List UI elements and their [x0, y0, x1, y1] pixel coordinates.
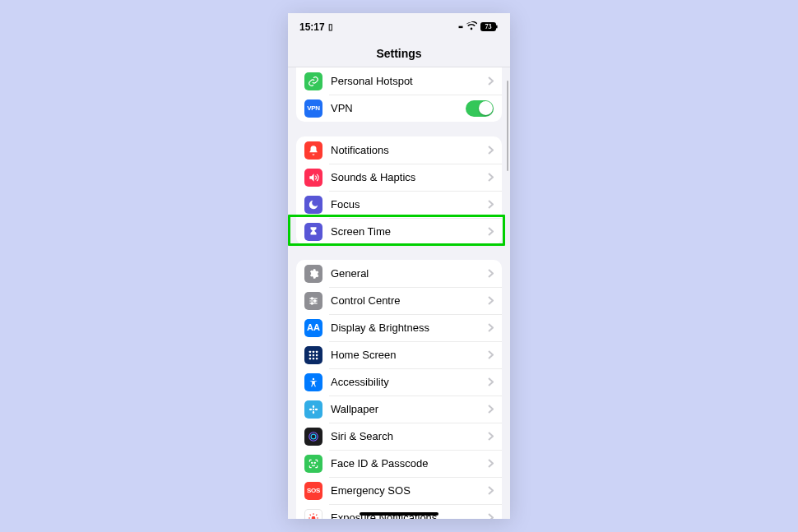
- wifi-icon: [466, 21, 477, 33]
- settings-group-general: GeneralControl CentreAADisplay & Brightn…: [296, 260, 502, 519]
- svg-text:73: 73: [485, 23, 492, 30]
- settings-row-focus[interactable]: Focus: [296, 191, 502, 218]
- settings-row-hotspot[interactable]: Personal Hotspot: [296, 67, 502, 95]
- svg-point-26: [312, 462, 313, 463]
- svg-rect-17: [316, 357, 318, 359]
- vpn-icon: VPN: [304, 99, 322, 118]
- svg-point-21: [313, 410, 314, 414]
- svg-point-28: [312, 516, 316, 519]
- settings-row-label: Emergency SOS: [331, 484, 488, 497]
- svg-rect-1: [496, 25, 498, 29]
- svg-line-36: [316, 514, 317, 515]
- controlcentre-icon: [304, 292, 322, 310]
- general-icon: [304, 265, 322, 283]
- settings-row-homescreen[interactable]: Home Screen: [296, 341, 502, 368]
- settings-row-notifications[interactable]: Notifications: [296, 136, 502, 164]
- svg-rect-14: [316, 354, 318, 355]
- svg-point-7: [314, 299, 316, 301]
- settings-row-label: Display & Brightness: [331, 322, 488, 334]
- settings-row-wallpaper[interactable]: Wallpaper: [296, 396, 502, 423]
- nav-header: Settings: [288, 40, 510, 67]
- sounds-icon: [304, 169, 322, 187]
- settings-row-label: Accessibility: [331, 376, 488, 388]
- home-indicator[interactable]: [360, 512, 438, 516]
- svg-point-27: [314, 462, 315, 463]
- svg-point-19: [313, 408, 314, 409]
- settings-row-controlcentre[interactable]: Control Centre: [296, 287, 502, 314]
- svg-point-6: [311, 297, 313, 298]
- chevron-right-icon: [488, 269, 494, 278]
- settings-row-general[interactable]: General: [296, 260, 502, 287]
- lock-icon: ▯: [328, 22, 333, 31]
- faceid-icon: [304, 455, 322, 473]
- chevron-right-icon: [488, 146, 494, 155]
- settings-row-sos[interactable]: SOSEmergency SOS: [296, 477, 502, 504]
- svg-point-8: [311, 302, 313, 303]
- chevron-right-icon: [488, 377, 494, 386]
- chevron-right-icon: [488, 350, 494, 359]
- wallpaper-icon: [304, 400, 322, 419]
- status-right: ▪▪ 73: [458, 21, 499, 33]
- svg-rect-11: [316, 350, 318, 352]
- svg-line-33: [310, 514, 311, 515]
- settings-row-label: Screen Time: [331, 225, 488, 238]
- focus-icon: [304, 196, 322, 214]
- hotspot-icon: [304, 72, 322, 90]
- settings-row-faceid[interactable]: Face ID & Passcode: [296, 450, 502, 477]
- svg-rect-9: [309, 350, 311, 352]
- chevron-right-icon: [488, 405, 494, 414]
- svg-rect-16: [313, 357, 314, 359]
- settings-row-label: Notifications: [331, 144, 488, 156]
- display-icon: AA: [304, 319, 322, 337]
- settings-row-label: Wallpaper: [331, 403, 488, 415]
- svg-point-20: [313, 405, 314, 408]
- svg-point-24: [309, 432, 318, 441]
- svg-rect-10: [313, 350, 314, 352]
- svg-point-23: [315, 408, 318, 409]
- screentime-icon: [304, 223, 322, 241]
- page-title: Settings: [376, 47, 421, 60]
- settings-group-connectivity: Personal HotspotVPNVPN: [296, 67, 502, 122]
- settings-row-label: Face ID & Passcode: [331, 457, 488, 470]
- svg-rect-12: [309, 354, 311, 355]
- settings-group-attention: NotificationsSounds & HapticsFocusScreen…: [296, 136, 502, 245]
- dual-sim-icon: ▪▪: [458, 22, 462, 31]
- status-left: 15:17 ▯: [299, 21, 333, 33]
- siri-icon: [304, 428, 322, 446]
- chevron-right-icon: [488, 173, 494, 182]
- status-time: 15:17: [299, 21, 325, 33]
- svg-point-18: [313, 377, 314, 379]
- chevron-right-icon: [488, 513, 494, 519]
- chevron-right-icon: [488, 486, 494, 495]
- settings-row-label: Control Centre: [331, 294, 488, 307]
- settings-row-vpn[interactable]: VPNVPN: [296, 95, 502, 122]
- settings-row-siri[interactable]: Siri & Search: [296, 423, 502, 450]
- chevron-right-icon: [488, 200, 494, 209]
- vpn-toggle[interactable]: [466, 100, 494, 117]
- chevron-right-icon: [488, 323, 494, 332]
- settings-row-sounds[interactable]: Sounds & Haptics: [296, 164, 502, 191]
- svg-rect-13: [313, 354, 314, 355]
- status-bar: 15:17 ▯ ▪▪ 73: [288, 13, 510, 40]
- settings-row-label: Sounds & Haptics: [331, 171, 488, 183]
- settings-content[interactable]: Personal HotspotVPNVPNNotificationsSound…: [288, 67, 510, 519]
- scroll-indicator[interactable]: [507, 81, 509, 171]
- chevron-right-icon: [488, 296, 494, 305]
- exposure-icon: [304, 509, 322, 520]
- chevron-right-icon: [488, 227, 494, 236]
- settings-row-label: VPN: [331, 102, 466, 114]
- svg-rect-15: [309, 357, 311, 359]
- sos-icon: SOS: [304, 482, 322, 500]
- settings-row-accessibility[interactable]: Accessibility: [296, 368, 502, 396]
- phone-frame: 15:17 ▯ ▪▪ 73 Settings Personal HotspotV…: [288, 13, 510, 519]
- chevron-right-icon: [488, 459, 494, 468]
- settings-row-label: Home Screen: [331, 349, 488, 361]
- battery-icon: 73: [480, 22, 499, 31]
- svg-point-22: [309, 408, 313, 409]
- settings-row-label: Personal Hotspot: [331, 75, 488, 87]
- notifications-icon: [304, 141, 322, 160]
- settings-row-exposure[interactable]: Exposure Notifications: [296, 504, 502, 519]
- chevron-right-icon: [488, 76, 494, 86]
- settings-row-screentime[interactable]: Screen Time: [296, 218, 502, 245]
- settings-row-display[interactable]: AADisplay & Brightness: [296, 314, 502, 341]
